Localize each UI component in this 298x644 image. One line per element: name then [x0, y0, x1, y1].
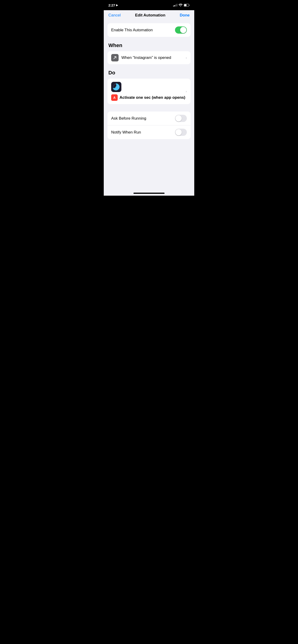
svg-rect-2	[189, 5, 190, 6]
toggle-thumb	[180, 27, 186, 33]
screentime-app-icon	[111, 82, 121, 92]
do-chevron-icon: ›	[186, 90, 187, 93]
battery-icon	[184, 4, 190, 7]
app-icon-svg	[111, 82, 121, 92]
signal-bars-icon	[173, 4, 177, 6]
do-card-left: A Activate one sec (when app opens)	[111, 82, 186, 101]
home-indicator	[133, 193, 165, 194]
time-label: 2:27	[108, 3, 115, 7]
ask-before-running-row: Ask Before Running	[107, 112, 191, 125]
notify-toggle-thumb	[175, 129, 182, 136]
ask-toggle[interactable]	[175, 115, 187, 122]
enable-label: Enable This Automation	[111, 28, 153, 32]
shortcut-name: Activate one sec (when app opens)	[120, 95, 185, 100]
enable-toggle-row: Enable This Automation	[107, 23, 191, 37]
enable-automation-card: Enable This Automation	[107, 23, 191, 37]
shortcut-row: A Activate one sec (when app opens)	[111, 94, 186, 101]
nav-bar: Cancel Edit Automation Done	[104, 10, 194, 20]
shortcut-app-icon: A	[111, 94, 118, 101]
do-app-icon-wrapper	[111, 82, 186, 92]
trigger-row-left: When “Instagram” is opened	[111, 54, 186, 62]
do-card[interactable]: A Activate one sec (when app opens) ›	[107, 78, 191, 104]
done-button[interactable]: Done	[180, 13, 190, 18]
ask-toggle-thumb	[175, 115, 182, 122]
svg-point-4	[113, 84, 119, 90]
svg-point-5	[114, 85, 118, 89]
settings-card-wrapper: Ask Before Running Notify When Run	[107, 112, 191, 143]
trigger-row[interactable]: When “Instagram” is opened ›	[107, 51, 191, 64]
do-section-header: Do	[108, 70, 190, 76]
svg-point-6	[116, 86, 117, 88]
wifi-icon	[179, 4, 182, 6]
when-section-header: When	[108, 42, 190, 48]
svg-rect-1	[184, 4, 187, 6]
trigger-text: When “Instagram” is opened	[121, 56, 171, 60]
content-area: Enable This Automation When When “Instag…	[104, 20, 194, 152]
status-bar: 2:27 ▶	[104, 0, 194, 10]
trigger-chevron-icon: ›	[186, 56, 187, 60]
location-icon: ▶	[116, 4, 118, 7]
notify-label: Notify When Run	[111, 130, 141, 135]
settings-card: Ask Before Running Notify When Run	[107, 112, 191, 139]
status-time: 2:27 ▶	[108, 3, 118, 7]
svg-rect-3	[111, 82, 121, 92]
when-card: When “Instagram” is opened ›	[107, 51, 191, 64]
phone-container: 2:27 ▶ Cancel Edit Automation Done	[104, 0, 194, 196]
page-title: Edit Automation	[135, 13, 165, 18]
enable-toggle[interactable]	[175, 26, 187, 34]
trigger-icon	[111, 54, 119, 62]
ask-label: Ask Before Running	[111, 116, 146, 121]
status-icons	[173, 4, 190, 7]
notify-toggle[interactable]	[175, 129, 187, 136]
cancel-button[interactable]: Cancel	[108, 13, 121, 18]
notify-when-run-row: Notify When Run	[107, 125, 191, 139]
